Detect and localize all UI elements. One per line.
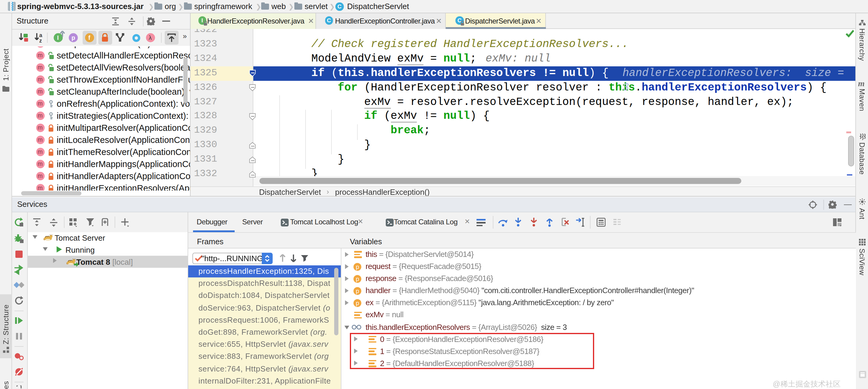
svg-text:z: z [39,38,42,43]
